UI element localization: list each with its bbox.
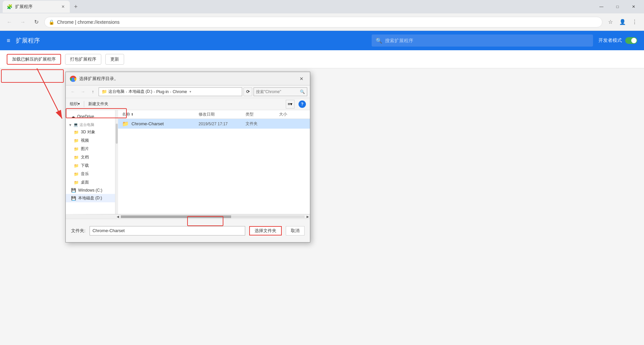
horizontal-scrollbar[interactable]: ◀ ▶ bbox=[66, 214, 310, 219]
close-button[interactable]: ✕ bbox=[626, 2, 641, 12]
new-tab-button[interactable]: + bbox=[71, 2, 80, 11]
help-button[interactable]: ? bbox=[299, 100, 306, 108]
address-bar-row: ← → ↻ 🔒 Chrome | chrome://extensions ☆ 👤… bbox=[0, 13, 644, 31]
computer-icon: 💻 bbox=[73, 123, 78, 127]
file-folder-icon: 📁 bbox=[122, 121, 129, 127]
menu-button[interactable]: ⋮ bbox=[629, 17, 640, 27]
search-bar[interactable]: 🔍 bbox=[372, 34, 593, 47]
bc-sep2: › bbox=[154, 90, 155, 94]
hamburger-icon[interactable]: ≡ bbox=[7, 37, 10, 44]
maximize-button[interactable]: □ bbox=[610, 2, 625, 12]
sidebar-item-label-3d: 3D 对象 bbox=[81, 129, 95, 135]
breadcrumb-bar[interactable]: 📁 这台电脑 › 本地磁盘 (D:) › Plug-in › Chrome ▾ bbox=[99, 87, 242, 96]
bc-sep1: › bbox=[126, 90, 127, 94]
folder-pictures-icon: 📁 bbox=[74, 147, 79, 151]
sidebar-section-computer[interactable]: ▼ 💻 这台电脑 bbox=[66, 120, 115, 128]
nav-scrollbar[interactable] bbox=[115, 110, 118, 214]
dialog-forward-button[interactable]: → bbox=[78, 87, 87, 96]
sidebar-item-desktop[interactable]: 📁 桌面 bbox=[66, 178, 115, 187]
toolbar-actions: ☆ 👤 ⋮ bbox=[605, 17, 640, 27]
dialog-title-bar: 选择扩展程序目录。 ✕ bbox=[66, 72, 310, 85]
hscroll-right-button[interactable]: ▶ bbox=[305, 214, 310, 219]
reload-button[interactable]: ↻ bbox=[31, 17, 42, 27]
folder-label: 文件夹: bbox=[71, 228, 86, 234]
sidebar-item-windows-c[interactable]: 💾 Windows (C:) bbox=[66, 187, 115, 194]
title-bar: 🧩 扩展程序 ✕ + — □ ✕ bbox=[0, 0, 644, 13]
nav-scrollbar-thumb bbox=[116, 124, 118, 144]
dev-mode-label: 开发者模式 bbox=[598, 38, 622, 44]
sort-icon: ⬆ bbox=[131, 113, 133, 116]
folder-music-icon: 📁 bbox=[74, 172, 79, 177]
select-folder-button[interactable]: 选择文件夹 bbox=[249, 226, 282, 235]
hscroll-track[interactable] bbox=[121, 215, 305, 218]
col-date-header[interactable]: 修改日期 bbox=[199, 112, 246, 117]
profile-button[interactable]: 👤 bbox=[617, 17, 628, 27]
bookmark-button[interactable]: ☆ bbox=[605, 17, 616, 27]
sidebar-item-label-pictures: 图片 bbox=[81, 146, 89, 152]
dialog-search-box[interactable]: 🔍 bbox=[254, 87, 307, 96]
folder-desktop-icon: 📁 bbox=[74, 180, 79, 185]
hscroll-thumb bbox=[121, 215, 231, 218]
nav-tree: ☁ OneDrive ▼ 💻 这台电脑 📁 3D 对象 📁 视频 bbox=[66, 110, 115, 214]
sidebar-item-onedrive[interactable]: ☁ OneDrive bbox=[66, 113, 115, 120]
sidebar-item-3d[interactable]: 📁 3D 对象 bbox=[66, 128, 115, 136]
bc-item-plugin[interactable]: Plug-in bbox=[156, 89, 169, 94]
sidebar-item-local-d[interactable]: 💾 本地磁盘 (D:) bbox=[66, 194, 115, 202]
bc-item-computer[interactable]: 这台电脑 bbox=[108, 89, 124, 94]
pack-extension-button[interactable]: 打包扩展程序 bbox=[65, 54, 101, 65]
file-dialog: 选择扩展程序目录。 ✕ ← → ↑ 📁 这台电脑 › 本地磁盘 (D:) › P… bbox=[65, 72, 310, 243]
search-input[interactable] bbox=[385, 38, 589, 43]
sidebar-item-video[interactable]: 📁 视频 bbox=[66, 136, 115, 145]
hscroll-left-button[interactable]: ◀ bbox=[115, 214, 120, 219]
col-name-header[interactable]: 名称 ⬆ bbox=[122, 112, 199, 117]
sidebar-item-label: OneDrive bbox=[77, 114, 94, 119]
dev-mode-toggle[interactable] bbox=[625, 37, 637, 44]
address-bar[interactable]: 🔒 Chrome | chrome://extensions bbox=[44, 17, 602, 27]
folder-documents-icon: 📁 bbox=[74, 155, 79, 160]
load-extension-button[interactable]: 加载已解压的扩展程序 bbox=[7, 54, 61, 65]
dialog-body: ☁ OneDrive ▼ 💻 这台电脑 📁 3D 对象 📁 视频 bbox=[66, 110, 310, 214]
back-button[interactable]: ← bbox=[4, 17, 15, 27]
sidebar-item-pictures[interactable]: 📁 图片 bbox=[66, 145, 115, 153]
dialog-back-button[interactable]: ← bbox=[68, 87, 77, 96]
file-row[interactable]: 📁 Chrome-Charset 2019/5/27 17:17 文件夹 bbox=[118, 119, 310, 129]
bc-item-drive[interactable]: 本地磁盘 (D:) bbox=[128, 89, 152, 94]
organize-button[interactable]: 组织▾ bbox=[70, 101, 80, 107]
drive-c-icon: 💾 bbox=[71, 188, 76, 193]
dialog-close-button[interactable]: ✕ bbox=[297, 74, 306, 83]
sidebar-item-label-documents: 文档 bbox=[81, 154, 89, 160]
update-button[interactable]: 更新 bbox=[105, 54, 124, 65]
bc-dropdown-button[interactable]: ▾ bbox=[190, 90, 191, 93]
dialog-up-button[interactable]: ↑ bbox=[89, 87, 97, 96]
cancel-button[interactable]: 取消 bbox=[286, 226, 305, 235]
breadcrumb-refresh-button[interactable]: ⟳ bbox=[244, 87, 252, 96]
new-folder-button[interactable]: 新建文件夹 bbox=[88, 101, 108, 107]
bc-sep3: › bbox=[170, 90, 171, 94]
tab-close-button[interactable]: ✕ bbox=[60, 4, 66, 9]
dialog-nav: ← → ↑ 📁 这台电脑 › 本地磁盘 (D:) › Plug-in › Chr… bbox=[66, 85, 310, 98]
dialog-search-input[interactable] bbox=[256, 89, 299, 94]
sidebar-item-downloads[interactable]: 📁 下载 bbox=[66, 161, 115, 170]
forward-button[interactable]: → bbox=[17, 17, 28, 27]
sidebar-item-documents[interactable]: 📁 文档 bbox=[66, 153, 115, 161]
bc-item-chrome[interactable]: Chrome bbox=[173, 89, 187, 94]
col-size-header[interactable]: 大小 bbox=[279, 112, 306, 117]
extensions-header: ≡ 扩展程序 🔍 开发者模式 bbox=[0, 31, 644, 50]
minimize-button[interactable]: — bbox=[594, 2, 609, 12]
view-button[interactable]: ≡▾ bbox=[286, 100, 294, 109]
folder-video-icon: 📁 bbox=[74, 138, 79, 143]
file-type: 文件夹 bbox=[246, 121, 279, 127]
sidebar-computer-label: 这台电脑 bbox=[79, 122, 94, 127]
dialog-chrome-icon bbox=[70, 75, 76, 82]
sidebar-item-label-d: 本地磁盘 (D:) bbox=[78, 195, 102, 201]
addr-bar-text: Chrome | chrome://extensions bbox=[57, 19, 120, 25]
sidebar-item-music[interactable]: 📁 音乐 bbox=[66, 170, 115, 178]
tab-title: 扩展程序 bbox=[15, 4, 33, 10]
col-type-header[interactable]: 类型 bbox=[246, 112, 279, 117]
sidebar-item-label-desktop: 桌面 bbox=[81, 180, 89, 185]
drive-d-icon: 💾 bbox=[71, 196, 76, 201]
dev-mode-area: 开发者模式 bbox=[598, 37, 637, 44]
folder-input[interactable] bbox=[90, 226, 245, 235]
dialog-footer: 文件夹: 选择文件夹 取消 bbox=[66, 219, 310, 242]
active-tab[interactable]: 🧩 扩展程序 ✕ bbox=[3, 1, 70, 13]
